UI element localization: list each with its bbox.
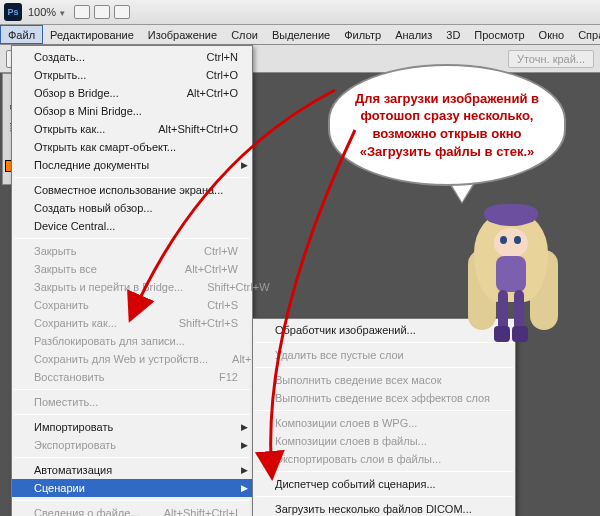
menu-item-label: Автоматизация	[34, 464, 112, 476]
menu-edit[interactable]: Редактирование	[43, 25, 141, 44]
file-menu-item: Закрыть всеAlt+Ctrl+W	[12, 260, 252, 278]
menu-analysis[interactable]: Анализ	[388, 25, 439, 44]
menu-item-label: Удалить все пустые слои	[275, 349, 404, 361]
scripts-menu-item[interactable]: Диспетчер событий сценария...	[253, 475, 515, 493]
app-toolbar: Ps 100%▼	[0, 0, 600, 25]
file-menu-item[interactable]: Автоматизация▶	[12, 461, 252, 479]
menu-item-label: Экспортировать	[34, 439, 116, 451]
menu-item-label: Создать...	[34, 51, 85, 63]
menu-view[interactable]: Просмотр	[467, 25, 531, 44]
menubar: Файл Редактирование Изображение Слои Выд…	[0, 25, 600, 45]
file-menu-item[interactable]: Создать...Ctrl+N	[12, 48, 252, 66]
menu-item-label: Обзор в Bridge...	[34, 87, 119, 99]
file-menu-item: СохранитьCtrl+S	[12, 296, 252, 314]
file-menu-item[interactable]: Обзор в Bridge...Alt+Ctrl+O	[12, 84, 252, 102]
file-menu-item[interactable]: Сценарии▶	[12, 479, 252, 497]
menu-item-shortcut: Alt+Ctrl+O	[163, 87, 238, 99]
menu-item-shortcut: Shift+Ctrl+S	[155, 317, 238, 329]
screen-mode-icon[interactable]	[114, 5, 130, 19]
menu-separator	[14, 500, 250, 501]
menu-separator	[14, 177, 250, 178]
menu-item-label: Композиции слоев в файлы...	[275, 435, 427, 447]
menu-item-label: Импортировать	[34, 421, 113, 433]
menu-filter[interactable]: Фильтр	[337, 25, 388, 44]
submenu-arrow-icon: ▶	[241, 160, 248, 170]
menu-item-shortcut: Alt+Shift+Ctrl+O	[134, 123, 238, 135]
annotation-bubble: Для загрузки изображений в фотошоп сразу…	[328, 64, 566, 186]
menu-item-shortcut: Ctrl+O	[182, 69, 238, 81]
menu-separator	[255, 410, 513, 411]
menu-item-shortcut: Shift+Ctrl+W	[183, 281, 269, 293]
file-menu-item[interactable]: Открыть как смарт-объект...	[12, 138, 252, 156]
menu-item-label: Разблокировать для записи...	[34, 335, 185, 347]
menu-separator	[14, 389, 250, 390]
file-menu-item: ВосстановитьF12	[12, 368, 252, 386]
menu-image[interactable]: Изображение	[141, 25, 224, 44]
menu-item-shortcut: Ctrl+N	[183, 51, 238, 63]
file-menu-item[interactable]: Обзор в Mini Bridge...	[12, 102, 252, 120]
menu-item-label: Обработчик изображений...	[275, 324, 416, 336]
menu-item-label: Совместное использование экрана...	[34, 184, 223, 196]
menu-separator	[14, 414, 250, 415]
menu-layers[interactable]: Слои	[224, 25, 265, 44]
file-menu-item[interactable]: Открыть...Ctrl+O	[12, 66, 252, 84]
menu-item-shortcut: Alt+Ctrl+W	[161, 263, 238, 275]
menu-item-label: Сведения о файле...	[34, 507, 140, 516]
arrange-docs-icon[interactable]	[94, 5, 110, 19]
menu-item-label: Восстановить	[34, 371, 104, 383]
file-menu-item[interactable]: Импортировать▶	[12, 418, 252, 436]
menu-item-label: Закрыть и перейти в Bridge...	[34, 281, 183, 293]
menu-item-label: Закрыть все	[34, 263, 97, 275]
hand-tool-icon[interactable]	[74, 5, 90, 19]
file-menu-item[interactable]: Совместное использование экрана...	[12, 181, 252, 199]
submenu-arrow-icon: ▶	[241, 422, 248, 432]
menu-item-label: Последние документы	[34, 159, 149, 171]
scripts-menu-item: Выполнить сведение всех эффектов слоя	[253, 389, 515, 407]
menu-item-label: Загрузить несколько файлов DICOM...	[275, 503, 472, 515]
menu-item-label: Сохранить как...	[34, 317, 117, 329]
menu-item-label: Открыть как...	[34, 123, 105, 135]
menu-help[interactable]: Справка	[571, 25, 600, 44]
file-menu-item: Сохранить для Web и устройств...Alt+Shif…	[12, 350, 252, 368]
menu-item-label: Создать новый обзор...	[34, 202, 153, 214]
menu-item-label: Выполнить сведение всех эффектов слоя	[275, 392, 490, 404]
menu-item-label: Device Central...	[34, 220, 115, 232]
menu-3d[interactable]: 3D	[439, 25, 467, 44]
refine-edge-button[interactable]: Уточн. край...	[508, 50, 594, 68]
submenu-arrow-icon: ▶	[241, 465, 248, 475]
menu-separator	[255, 471, 513, 472]
menu-separator	[14, 457, 250, 458]
file-menu-item[interactable]: Device Central...	[12, 217, 252, 235]
menu-item-label: Сохранить для Web и устройств...	[34, 353, 208, 365]
menu-item-shortcut: Ctrl+W	[180, 245, 238, 257]
file-menu-item: Закрыть и перейти в Bridge...Shift+Ctrl+…	[12, 278, 252, 296]
file-menu-item: Разблокировать для записи...	[12, 332, 252, 350]
zoom-value[interactable]: 100%▼	[28, 6, 66, 18]
file-menu-item[interactable]: Создать новый обзор...	[12, 199, 252, 217]
ps-logo-icon: Ps	[4, 3, 22, 21]
submenu-arrow-icon: ▶	[241, 483, 248, 493]
menu-item-label: Экспортировать слои в файлы...	[275, 453, 441, 465]
annotation-text: Для загрузки изображений в фотошоп сразу…	[348, 90, 546, 160]
file-menu-item: Сведения о файле...Alt+Shift+Ctrl+I	[12, 504, 252, 516]
menu-item-label: Обзор в Mini Bridge...	[34, 105, 142, 117]
file-menu-item: Экспортировать▶	[12, 436, 252, 454]
menu-window[interactable]: Окно	[532, 25, 572, 44]
scripts-menu-item: Композиции слоев в WPG...	[253, 414, 515, 432]
scripts-menu-item: Выполнить сведение всех масок	[253, 371, 515, 389]
scripts-menu-item[interactable]: Загрузить несколько файлов DICOM...	[253, 500, 515, 516]
menu-file[interactable]: Файл	[0, 25, 43, 44]
menu-item-label: Выполнить сведение всех масок	[275, 374, 441, 386]
scripts-menu-item: Композиции слоев в файлы...	[253, 432, 515, 450]
menu-select[interactable]: Выделение	[265, 25, 337, 44]
menu-item-shortcut: Ctrl+S	[183, 299, 238, 311]
menu-item-label: Открыть...	[34, 69, 86, 81]
submenu-arrow-icon: ▶	[241, 440, 248, 450]
file-menu-item[interactable]: Последние документы▶	[12, 156, 252, 174]
menu-item-label: Композиции слоев в WPG...	[275, 417, 417, 429]
menu-separator	[255, 367, 513, 368]
menu-item-label: Закрыть	[34, 245, 76, 257]
file-menu-item[interactable]: Открыть как...Alt+Shift+Ctrl+O	[12, 120, 252, 138]
menu-separator	[14, 238, 250, 239]
menu-item-label: Диспетчер событий сценария...	[275, 478, 436, 490]
